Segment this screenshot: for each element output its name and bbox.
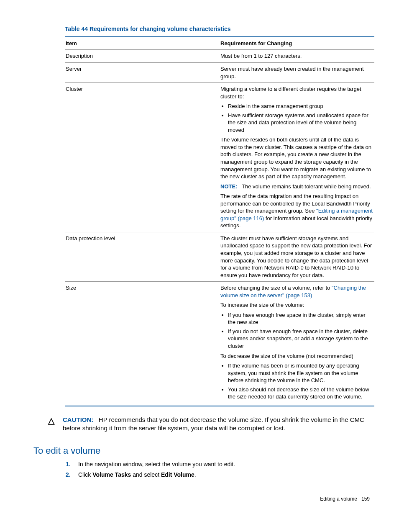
- bullet-list: If the volume has been or is mounted by …: [220, 362, 373, 401]
- cell-req: Before changing the size of a volume, re…: [220, 282, 374, 406]
- header-item: Item: [65, 37, 220, 50]
- paragraph: The volume resides on both clusters unti…: [220, 136, 373, 180]
- list-item: If you have enough free space in the clu…: [228, 311, 373, 326]
- list-item: Reside in the same management group: [228, 103, 373, 110]
- bold-text: Edit Volume: [161, 471, 194, 478]
- table-row: Description Must be from 1 to 127 charac…: [65, 50, 374, 63]
- note: NOTE: The volume remains fault-tolerant …: [220, 183, 373, 190]
- step-item: In the navigation window, select the vol…: [77, 460, 372, 468]
- cell-item: Description: [65, 50, 220, 63]
- caution-text: CAUTION: HP recommends that you do not d…: [63, 416, 374, 433]
- table-row: Size Before changing the size of a volum…: [65, 282, 374, 406]
- footer-section: Editing a volume: [320, 496, 357, 502]
- step-item: Click Volume Tasks and select Edit Volum…: [77, 471, 372, 479]
- table-row: Cluster Migrating a volume to a differen…: [65, 83, 374, 232]
- note-text: The volume remains fault-tolerant while …: [242, 183, 371, 190]
- table-header-row: Item Requirements for Changing: [65, 37, 374, 50]
- cell-item: Data protection level: [65, 232, 220, 281]
- header-req: Requirements for Changing: [220, 37, 374, 50]
- cell-item: Size: [65, 282, 220, 406]
- footer-page: 159: [361, 496, 370, 502]
- text: Before changing the size of a volume, re…: [220, 285, 332, 291]
- caution-block: △ CAUTION: HP recommends that you do not…: [48, 416, 374, 437]
- list-item: If you do not have enough free space in …: [228, 328, 373, 350]
- bold-text: Volume Tasks: [92, 471, 131, 478]
- table-row: Server Server must have already been cre…: [65, 62, 374, 82]
- cell-req: Server must have already been created in…: [220, 62, 374, 82]
- paragraph: Migrating a volume to a different cluste…: [220, 85, 373, 100]
- page-footer: Editing a volume 159: [33, 496, 372, 502]
- cell-req: Must be from 1 to 127 characters.: [220, 50, 374, 63]
- cell-req: Migrating a volume to a different cluste…: [220, 83, 374, 232]
- requirements-table: Item Requirements for Changing Descripti…: [65, 36, 374, 406]
- list-item: You also should not decrease the size of…: [228, 386, 373, 401]
- caution-label: CAUTION:: [63, 416, 93, 423]
- note-label: NOTE:: [220, 183, 237, 190]
- bullet-list: Reside in the same management group Have…: [220, 103, 373, 134]
- list-item: If the volume has been or is mounted by …: [228, 362, 373, 384]
- paragraph: To decrease the size of the volume (not …: [220, 352, 373, 360]
- steps-list: In the navigation window, select the vol…: [65, 460, 372, 479]
- caution-icon: △: [48, 416, 63, 425]
- table-row: Data protection level The cluster must h…: [65, 232, 374, 281]
- cell-req: The cluster must have sufficient storage…: [220, 232, 374, 281]
- cell-item: Server: [65, 62, 220, 82]
- text: .: [194, 471, 196, 478]
- caution-body: HP recommends that you do not decrease t…: [63, 416, 364, 432]
- table-caption: Table 44 Requirements for changing volum…: [65, 25, 372, 33]
- section-heading: To edit a volume: [33, 445, 372, 457]
- text: and select: [131, 471, 161, 478]
- paragraph: To increase the size of the volume:: [220, 301, 373, 309]
- cell-item: Cluster: [65, 83, 220, 232]
- text: Click: [78, 471, 92, 478]
- paragraph: The rate of the data migration and the r…: [220, 193, 373, 229]
- paragraph: Before changing the size of a volume, re…: [220, 284, 373, 299]
- bullet-list: If you have enough free space in the clu…: [220, 311, 373, 350]
- list-item: Have sufficient storage systems and unal…: [228, 112, 373, 134]
